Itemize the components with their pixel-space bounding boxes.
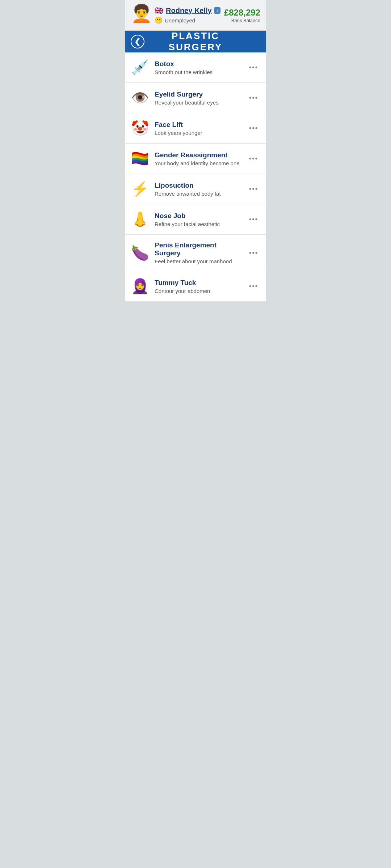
back-button[interactable]: ❮	[131, 35, 144, 48]
list-item[interactable]: ⚡ Liposuction Remove unwanted body fat •…	[125, 174, 266, 204]
info-icon-badge[interactable]: i	[214, 7, 220, 14]
list-item[interactable]: 🍆 Penis Enlargement Surgery Feel better …	[125, 235, 266, 271]
surgery-desc: Contour your abdomen	[155, 288, 242, 294]
status-emoji: 😬	[155, 16, 163, 24]
surgery-desc: Remove unwanted body fat	[155, 191, 242, 197]
bank-label: Bank Balance	[224, 18, 260, 23]
surgery-desc: Look years younger	[155, 130, 242, 136]
surgery-emoji: 🧕	[131, 278, 150, 295]
nav-bar: ❮ PLASTIC SURGERY	[125, 31, 266, 52]
header-left: 🧑‍🦱 🇬🇧 Rodney Kelly i 😬 Unemployed	[131, 5, 220, 25]
surgery-text: Penis Enlargement Surgery Feel better ab…	[155, 241, 242, 264]
status-row: 😬 Unemployed	[155, 16, 220, 24]
surgery-name: Gender Reassignment	[155, 151, 242, 159]
list-item[interactable]: 🤡 Face Lift Look years younger •••	[125, 113, 266, 144]
surgery-text: Botox Smooth out the wrinkles	[155, 60, 242, 75]
surgery-desc: Refine your facial aesthetic	[155, 221, 242, 227]
more-options-button[interactable]: •••	[247, 123, 260, 133]
avatar: 🧑‍🦱	[131, 5, 151, 25]
surgery-emoji: 👃	[131, 211, 150, 228]
surgery-emoji: 🤡	[131, 120, 150, 137]
surgery-text: Liposuction Remove unwanted body fat	[155, 182, 242, 197]
surgery-desc: Reveal your beautiful eyes	[155, 99, 242, 106]
surgery-emoji: 👁️	[131, 89, 150, 106]
status-text: Unemployed	[165, 17, 195, 24]
surgery-desc: Smooth out the wrinkles	[155, 69, 242, 75]
page-title: PLASTIC SURGERY	[150, 30, 241, 53]
surgery-name: Eyelid Surgery	[155, 90, 242, 98]
surgery-desc: Your body and identity become one	[155, 160, 242, 166]
more-options-button[interactable]: •••	[247, 248, 260, 258]
name-row: 🇬🇧 Rodney Kelly i	[155, 6, 220, 15]
surgery-name: Liposuction	[155, 182, 242, 190]
surgery-emoji: 🏳️‍🌈	[131, 150, 150, 167]
flag-icon: 🇬🇧	[155, 6, 164, 15]
player-name[interactable]: Rodney Kelly	[166, 7, 212, 15]
surgery-desc: Feel better about your manhood	[155, 258, 242, 264]
surgery-name: Face Lift	[155, 121, 242, 129]
surgery-text: Tummy Tuck Contour your abdomen	[155, 279, 242, 294]
surgery-text: Nose Job Refine your facial aesthetic	[155, 212, 242, 227]
surgery-text: Gender Reassignment Your body and identi…	[155, 151, 242, 166]
more-options-button[interactable]: •••	[247, 184, 260, 194]
footer-space	[125, 302, 266, 381]
back-arrow-icon: ❮	[134, 38, 140, 45]
surgery-text: Face Lift Look years younger	[155, 121, 242, 136]
surgery-name: Botox	[155, 60, 242, 68]
header-right: £828,292 Bank Balance	[224, 8, 260, 23]
bank-amount: £828,292	[224, 8, 260, 18]
list-item[interactable]: 🧕 Tummy Tuck Contour your abdomen •••	[125, 271, 266, 302]
list-item[interactable]: 👁️ Eyelid Surgery Reveal your beautiful …	[125, 83, 266, 113]
more-options-button[interactable]: •••	[247, 153, 260, 164]
list-item[interactable]: 💉 Botox Smooth out the wrinkles •••	[125, 52, 266, 83]
surgery-emoji: 🍆	[131, 244, 150, 261]
more-options-button[interactable]: •••	[247, 214, 260, 225]
surgery-emoji: 💉	[131, 59, 150, 76]
header: 🧑‍🦱 🇬🇧 Rodney Kelly i 😬 Unemployed £828,…	[125, 0, 266, 31]
surgery-name: Tummy Tuck	[155, 279, 242, 287]
surgery-list: 💉 Botox Smooth out the wrinkles ••• 👁️ E…	[125, 52, 266, 302]
surgery-emoji: ⚡	[131, 180, 150, 197]
surgery-name: Penis Enlargement Surgery	[155, 241, 242, 257]
surgery-name: Nose Job	[155, 212, 242, 220]
more-options-button[interactable]: •••	[247, 281, 260, 292]
list-item[interactable]: 👃 Nose Job Refine your facial aesthetic …	[125, 204, 266, 235]
header-info: 🇬🇧 Rodney Kelly i 😬 Unemployed	[155, 6, 220, 24]
surgery-text: Eyelid Surgery Reveal your beautiful eye…	[155, 90, 242, 106]
more-options-button[interactable]: •••	[247, 93, 260, 103]
more-options-button[interactable]: •••	[247, 62, 260, 73]
list-item[interactable]: 🏳️‍🌈 Gender Reassignment Your body and i…	[125, 144, 266, 174]
